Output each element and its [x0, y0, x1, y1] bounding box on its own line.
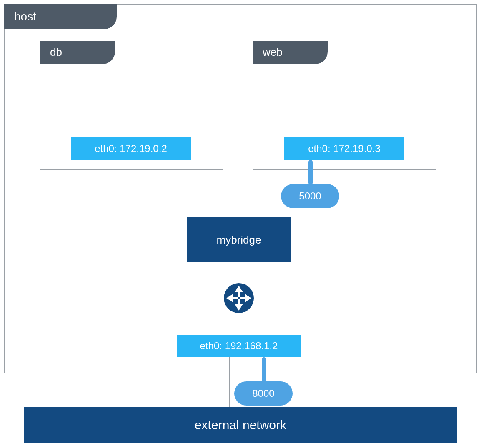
host-interface: eth0: 192.168.1.2 — [177, 335, 301, 357]
external-network-box: external network — [24, 407, 457, 443]
host-port-stub — [262, 357, 266, 382]
bridge-box: mybridge — [187, 217, 291, 262]
svg-marker-3 — [240, 294, 251, 302]
container-web-tab: web — [253, 41, 328, 64]
web-port-label: 5000 — [299, 190, 321, 202]
container-db-label: db — [50, 46, 62, 58]
web-port-pill: 5000 — [281, 184, 339, 208]
router-icon — [224, 283, 254, 313]
web-port-stub — [308, 160, 313, 185]
container-web-label: web — [263, 46, 283, 58]
svg-marker-0 — [235, 286, 243, 297]
bridge-label: mybridge — [217, 234, 261, 246]
hosteth-ext-link — [229, 357, 230, 407]
web-link-v — [347, 170, 347, 241]
web-interface-label: eth0: 172.19.0.3 — [308, 143, 380, 154]
svg-marker-1 — [235, 299, 243, 311]
host-tab: host — [4, 4, 117, 29]
svg-marker-2 — [226, 294, 238, 302]
host-label: host — [14, 10, 36, 23]
web-interface: eth0: 172.19.0.3 — [284, 137, 404, 160]
host-port-label: 8000 — [252, 388, 274, 399]
network-diagram: host db eth0: 172.19.0.2 web eth0: 172.1… — [0, 0, 481, 448]
external-network-label: external network — [195, 418, 286, 432]
bridge-router-link — [239, 262, 239, 283]
web-link-h — [291, 241, 347, 241]
db-link-h — [131, 241, 187, 241]
host-port-pill: 8000 — [234, 381, 293, 406]
db-interface: eth0: 172.19.0.2 — [71, 137, 191, 160]
host-interface-label: eth0: 192.168.1.2 — [200, 340, 278, 352]
db-interface-label: eth0: 172.19.0.2 — [95, 143, 167, 154]
db-link-v — [131, 170, 131, 241]
router-hosteth-link — [239, 313, 239, 335]
container-db-tab: db — [40, 41, 115, 64]
